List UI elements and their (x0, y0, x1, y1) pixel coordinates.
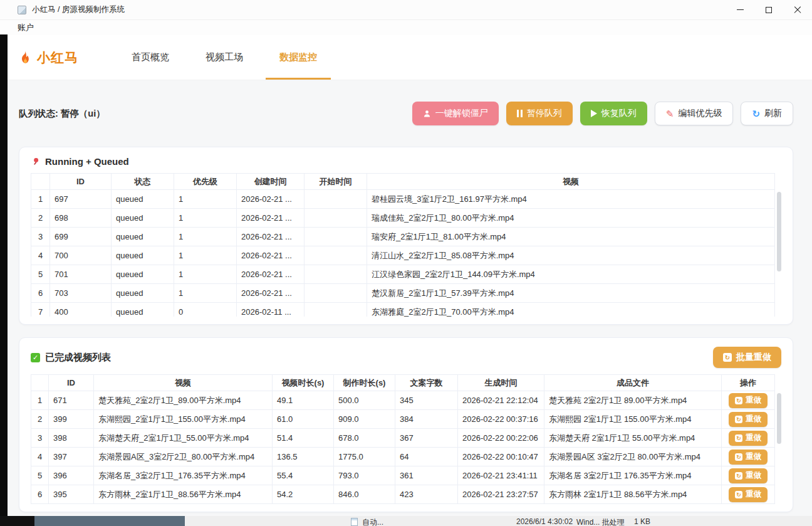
maximize-button[interactable] (754, 0, 783, 19)
cell-status: queued (112, 246, 174, 265)
tab-video-factory[interactable]: 视频工场 (192, 35, 257, 80)
brand-name: 小红马 (37, 49, 78, 66)
running-table-scrollbar[interactable] (777, 191, 781, 315)
button-label: 刷新 (764, 108, 782, 119)
cell-video-name: 瑞成佳苑_2室2厅1卫_80.00平方米.mp4 (367, 209, 775, 228)
completed-row: 1671楚天雅苑_2室2厅1卫_89.00平方米.mp449.1500.0345… (31, 391, 775, 410)
cell-created-time: 2026-02-21 ... (237, 209, 304, 228)
background-blue-bar (34, 516, 185, 526)
refresh-button[interactable]: ↻ 刷新 (741, 102, 793, 125)
queue-row: 1697queued12026-02-21 ...碧桂园云境_3室1厅2卫_16… (31, 190, 775, 209)
background-window-left-edge (0, 34, 8, 516)
cell-id: 395 (49, 485, 94, 504)
row-index: 4 (31, 448, 49, 466)
row-index: 1 (31, 190, 50, 209)
cell-video-name: 东湖景园A区_3室2厅2卫_80.00平方米.mp4 (94, 448, 273, 466)
button-label: 恢复队列 (601, 108, 637, 119)
cell-status: queued (112, 303, 174, 317)
edit-priority-button[interactable]: ✎ 编辑优先级 (655, 102, 734, 125)
button-label: 编辑优先级 (678, 108, 722, 119)
cell-make-duration: 793.0 (334, 466, 395, 485)
redo-icon (735, 491, 742, 498)
tab-label: 视频工场 (206, 51, 243, 63)
cell-id: 703 (50, 284, 112, 303)
completed-row: 6395东方雨林_2室1厅1卫_88.56平方米.mp454.2846.0423… (31, 485, 775, 504)
cell-video-name: 江汉绿色家园_2室2厅1卫_144.09平方米.mp4 (367, 265, 775, 284)
cell-priority: 1 (174, 190, 237, 209)
completed-column-header: 生成时间 (458, 375, 544, 391)
queue-row: 3699queued12026-02-21 ...瑞安府_2室1厅1卫_81.0… (31, 228, 775, 246)
tab-home-overview[interactable]: 首页概览 (118, 35, 183, 80)
row-index: 6 (31, 485, 49, 504)
cell-word-count: 64 (395, 448, 458, 466)
redo-button[interactable]: 重做 (729, 393, 768, 408)
cell-start-time (304, 265, 367, 284)
cell-start-time (304, 228, 367, 246)
redo-button[interactable]: 重做 (729, 431, 768, 446)
completed-card: ✓ 已完成视频列表 批量重做 ID视频视频时长(s)制作时长(s)文案字数生成时… (19, 337, 793, 512)
background-dark-block (0, 516, 34, 526)
running-card-header: Running + Queued (31, 156, 781, 167)
cell-created-time: 2026-02-11 ... (237, 303, 304, 317)
running-table-wrap: ID状态优先级创建时间开始时间视频 1697queued12026-02-21 … (31, 173, 781, 317)
cell-video-name: 楚汉新居_2室1厅1卫_57.39平方米.mp4 (367, 284, 775, 303)
cell-actions: 重做 (722, 410, 775, 429)
cell-id: 698 (50, 209, 112, 228)
pause-queue-button[interactable]: 暂停队列 (506, 102, 573, 125)
cell-video-name: 楚天雅苑_2室2厅1卫_89.00平方米.mp4 (94, 391, 273, 410)
queue-status-label: 队列状态: 暂停（ui） (19, 108, 105, 120)
row-index: 3 (31, 429, 49, 448)
running-column-header: 创建时间 (237, 174, 304, 190)
running-card-title: Running + Queued (45, 156, 129, 167)
minimize-button[interactable] (726, 0, 754, 19)
cell-created-time: 2026-02-21 ... (237, 246, 304, 265)
batch-redo-button[interactable]: 批量重做 (713, 347, 781, 368)
completed-table-scrollbar[interactable] (777, 392, 781, 503)
unlock-zombies-button[interactable]: 一键解锁僵尸 (412, 102, 499, 125)
cell-word-count: 423 (395, 485, 458, 504)
close-icon (794, 6, 801, 14)
cell-video-name: 东湖楚天府_2室1厅1卫_55.00平方米.mp4 (94, 429, 273, 448)
cell-video-name: 瑞安府_2室1厅1卫_81.00平方米.mp4 (367, 228, 775, 246)
cell-priority: 1 (174, 246, 237, 265)
close-button[interactable] (783, 0, 812, 19)
cell-priority: 1 (174, 228, 237, 246)
file-icon (351, 518, 358, 526)
menu-item-account[interactable]: 账户 (18, 22, 34, 33)
redo-button[interactable]: 重做 (729, 487, 768, 502)
queue-row: 5701queued12026-02-21 ...江汉绿色家园_2室2厅1卫_1… (31, 265, 775, 284)
background-file-row[interactable]: 自动... 2026/6/1 4:30:02 Wind... 批处理 1 KB (351, 517, 672, 526)
redo-label: 重做 (746, 451, 761, 462)
completed-card-header: ✓ 已完成视频列表 批量重做 (31, 347, 781, 368)
cell-id: 396 (49, 466, 94, 485)
queue-row: 4700queued12026-02-21 ...清江山水_2室2厅1卫_85.… (31, 246, 775, 265)
scrollbar-thumb[interactable] (777, 393, 781, 444)
running-column-header: 开始时间 (304, 174, 367, 190)
redo-icon (735, 453, 742, 461)
batch-redo-icon (723, 353, 732, 362)
scrollbar-thumb[interactable] (777, 192, 781, 271)
cell-priority: 1 (174, 265, 237, 284)
cell-priority: 1 (174, 284, 237, 303)
app-window: 小红马 / 房源视频制作系统 账户 小红马 首页概览 视频工场 数据监控 队列状… (0, 0, 812, 516)
cell-video-duration: 51.4 (273, 429, 334, 448)
redo-button[interactable]: 重做 (729, 450, 768, 465)
redo-icon (735, 397, 742, 404)
running-column-header (31, 174, 50, 190)
queue-row: 7400queued02026-02-11 ...东湖雅庭_2室2厅1卫_70.… (31, 303, 775, 317)
tab-data-monitor[interactable]: 数据监控 (266, 35, 331, 80)
cell-actions: 重做 (722, 485, 775, 504)
resume-queue-button[interactable]: 恢复队列 (580, 102, 647, 125)
cell-output-file: 东湖景园A区 3室2厅2卫 80.00平方米.mp4 (544, 448, 722, 466)
brand: 小红马 (19, 35, 78, 80)
cell-make-duration: 1775.0 (334, 448, 395, 466)
pin-icon (31, 157, 40, 167)
completed-column-header: 视频时长(s) (273, 375, 334, 391)
cell-actions: 重做 (722, 448, 775, 466)
cell-actions: 重做 (722, 391, 775, 410)
cell-video-duration: 49.1 (273, 391, 334, 410)
redo-button[interactable]: 重做 (729, 468, 768, 483)
file-date: 2026/6/1 4:30:02 (516, 517, 576, 526)
redo-button[interactable]: 重做 (729, 412, 768, 427)
row-index: 1 (31, 391, 49, 410)
